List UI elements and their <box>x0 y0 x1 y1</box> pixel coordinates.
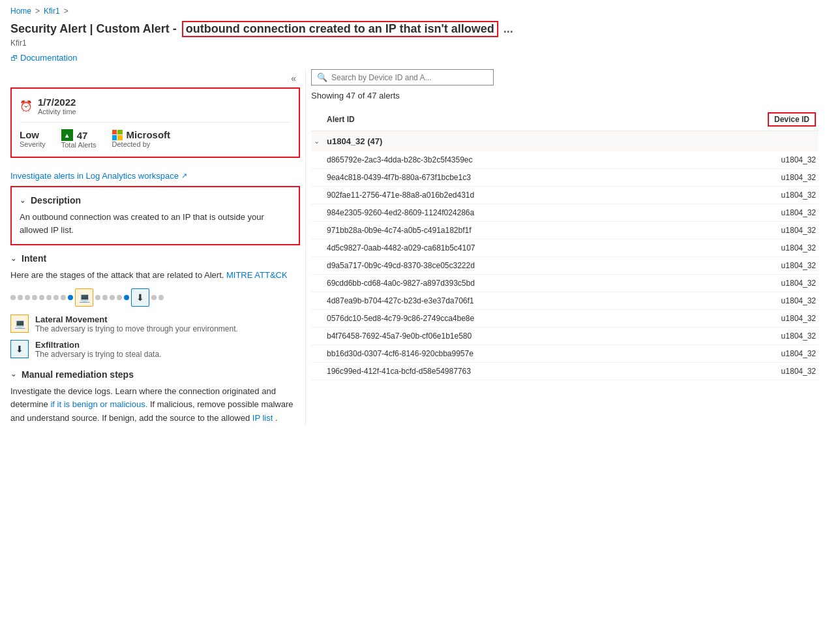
breadcrumb-sep1: > <box>35 7 40 16</box>
lateral-movement-name: Lateral Movement <box>35 314 238 324</box>
table-row[interactable]: 9ea4c818-0439-4f7b-880a-673f1bcbe1c3 u18… <box>311 169 819 187</box>
tactic-exfil-info: Exfiltration The adversary is trying to … <box>35 340 161 359</box>
chain-dot-4 <box>32 295 37 300</box>
remediation-section: ⌄ Manual remediation steps Investigate t… <box>10 369 300 425</box>
tactic-exfiltration: ⬇ Exfiltration The adversary is trying t… <box>10 340 300 359</box>
table-row[interactable]: 984e2305-9260-4ed2-8609-1124f024286a u18… <box>311 204 819 222</box>
activity-info: 1/7/2022 Activity time <box>38 97 76 115</box>
alert-id-cell: 69cdd6bb-cd68-4a0c-9827-a897d393c5bd <box>327 279 712 288</box>
exfiltration-chain-icon: ⬇ <box>131 288 149 307</box>
investigate-link[interactable]: Investigate alerts in Log Analytics work… <box>10 171 300 181</box>
search-icon: 🔍 <box>317 72 327 82</box>
table-row[interactable]: 69cdd6bb-cd68-4a0c-9827-a897d393c5bd u18… <box>311 275 819 292</box>
device-id-cell: u1804_32 <box>712 367 816 376</box>
title-highlight: outbound connection created to an IP tha… <box>182 21 498 37</box>
title-ellipsis: ... <box>504 22 513 36</box>
table-row[interactable]: 4d5c9827-0aab-4482-a029-ca681b5c4107 u18… <box>311 239 819 257</box>
chain-dot-11 <box>110 295 115 300</box>
device-id-cell: u1804_32 <box>712 226 816 235</box>
right-panel: 🔍 Showing 47 of 47 alerts Alert ID Devic… <box>305 69 824 425</box>
table-row[interactable]: b4f76458-7692-45a7-9e0b-cf06e1b1e580 u18… <box>311 328 819 345</box>
exfiltration-icon: ⬇ <box>10 340 29 358</box>
table-row[interactable]: 0576dc10-5ed8-4c79-9c86-2749cca4be8e u18… <box>311 310 819 328</box>
group-chevron-icon: ⌄ <box>314 137 327 146</box>
chain-dot-14 <box>158 295 164 300</box>
description-chevron-icon: ⌄ <box>20 196 25 205</box>
detected-by-name: Microsoft <box>127 129 171 140</box>
collapse-button[interactable]: « <box>287 72 300 85</box>
device-id-cell: u1804_32 <box>712 208 816 217</box>
alert-group-row[interactable]: ⌄ u1804_32 (47) <box>311 131 819 151</box>
alerts-list: d865792e-2ac3-4dda-b28c-3b2c5f4359ec u18… <box>311 151 819 380</box>
remediation-chevron-icon: ⌄ <box>10 370 16 378</box>
device-id-cell: u1804_32 <box>712 243 816 253</box>
severity-stat: Low Severity <box>20 129 46 148</box>
total-alerts-number: 47 <box>77 130 88 141</box>
remediation-text-3: . <box>275 413 278 423</box>
device-id-column-header[interactable]: Device ID <box>712 112 816 127</box>
total-alerts-label: Total Alerts <box>61 141 97 149</box>
table-row[interactable]: 4d87ea9b-b704-427c-b23d-e3e37da706f1 u18… <box>311 292 819 310</box>
alert-id-cell: 196c99ed-412f-41ca-bcfd-d58e54987763 <box>327 367 712 376</box>
title-prefix: Security Alert | Custom Alert - <box>10 22 177 36</box>
tactic-lateral-info: Lateral Movement The adversary is trying… <box>35 314 238 333</box>
alert-id-column-header[interactable]: Alert ID <box>327 115 712 124</box>
page-subtitle: Kfir1 <box>10 38 819 48</box>
collapse-btn-container: « <box>10 69 300 87</box>
alert-id-cell: 9ea4c818-0439-4f7b-880a-673f1bcbe1c3 <box>327 173 712 182</box>
breadcrumb-home[interactable]: Home <box>10 7 31 16</box>
investigate-link-container: Investigate alerts in Log Analytics work… <box>10 166 300 186</box>
remediation-text: Investigate the device logs. Learn where… <box>10 385 300 425</box>
intent-section: ⌄ Intent Here are the stages of the atta… <box>10 253 300 359</box>
table-row[interactable]: bb16d30d-0307-4cf6-8146-920cbba9957e u18… <box>311 345 819 363</box>
alert-icon: ▲ <box>61 129 73 141</box>
remediation-title: Manual remediation steps <box>22 369 134 380</box>
attack-chain: 💻 ⬇ <box>10 288 300 307</box>
device-id-header-box: Device ID <box>768 112 816 127</box>
alert-id-cell: 902fae11-2756-471e-88a8-a016b2ed431d <box>327 191 712 200</box>
main-content: « ⏰ 1/7/2022 Activity time Low Severity <box>0 69 829 425</box>
ip-list-link[interactable]: IP list <box>252 413 273 423</box>
chain-dot-3 <box>25 295 30 300</box>
table-row[interactable]: 902fae11-2756-471e-88a8-a016b2ed431d u18… <box>311 187 819 204</box>
search-bar[interactable]: 🔍 <box>311 69 494 85</box>
breadcrumb-sep2: > <box>64 7 68 16</box>
documentation-link[interactable]: Documentation <box>20 53 77 63</box>
breadcrumb: Home > Kfir1 > <box>0 0 829 18</box>
exfiltration-name: Exfiltration <box>35 340 161 350</box>
detected-by-value-row: Microsoft <box>112 129 171 140</box>
description-card: ⌄ Description An outbound connection was… <box>10 186 300 245</box>
intent-text-before: Here are the stages of the attack that a… <box>10 270 224 280</box>
description-header[interactable]: ⌄ Description <box>20 195 291 206</box>
left-panel: « ⏰ 1/7/2022 Activity time Low Severity <box>5 69 305 425</box>
breadcrumb-kfir1[interactable]: Kfir1 <box>44 7 60 16</box>
benign-malicious-link[interactable]: if it is benign or malicious. <box>50 399 147 409</box>
device-id-cell: u1804_32 <box>712 349 816 358</box>
alert-id-cell: 0576dc10-5ed8-4c79-9c86-2749cca4be8e <box>327 314 712 323</box>
table-row[interactable]: 196c99ed-412f-41ca-bcfd-d58e54987763 u18… <box>311 363 819 380</box>
page-header: Security Alert | Custom Alert - outbound… <box>0 18 829 49</box>
intent-header[interactable]: ⌄ Intent <box>10 253 300 264</box>
alert-id-cell: d865792e-2ac3-4dda-b28c-3b2c5f4359ec <box>327 155 712 164</box>
exfiltration-desc: The adversary is trying to steal data. <box>35 350 161 359</box>
search-input[interactable] <box>331 73 488 82</box>
info-card: ⏰ 1/7/2022 Activity time Low Severity ▲ … <box>10 87 300 158</box>
tactic-lateral-movement: 💻 Lateral Movement The adversary is tryi… <box>10 314 300 333</box>
table-row[interactable]: 971bb28a-0b9e-4c74-a0b5-c491a182bf1f u18… <box>311 222 819 239</box>
severity-value: Low <box>20 129 46 140</box>
detected-by-stat: Microsoft Detected by <box>112 129 171 148</box>
detected-by-label: Detected by <box>112 140 171 148</box>
remediation-header[interactable]: ⌄ Manual remediation steps <box>10 369 300 380</box>
alert-id-cell: d9a5a717-0b9c-49cd-8370-38ce05c3222d <box>327 261 712 270</box>
activity-time-label: Activity time <box>38 108 76 115</box>
chain-dot-13 <box>151 295 157 300</box>
table-row[interactable]: d865792e-2ac3-4dda-b28c-3b2c5f4359ec u18… <box>311 151 819 169</box>
mitre-link[interactable]: MITRE ATT&CK <box>226 270 288 280</box>
table-row[interactable]: d9a5a717-0b9c-49cd-8370-38ce05c3222d u18… <box>311 257 819 275</box>
stats-row: Low Severity ▲ 47 Total Alerts Mic <box>20 129 291 149</box>
intent-title: Intent <box>22 253 46 264</box>
microsoft-logo-icon <box>112 130 123 140</box>
device-id-cell: u1804_32 <box>712 261 816 270</box>
lateral-movement-desc: The adversary is trying to move through … <box>35 324 238 333</box>
chain-dot-exfil <box>124 295 129 300</box>
